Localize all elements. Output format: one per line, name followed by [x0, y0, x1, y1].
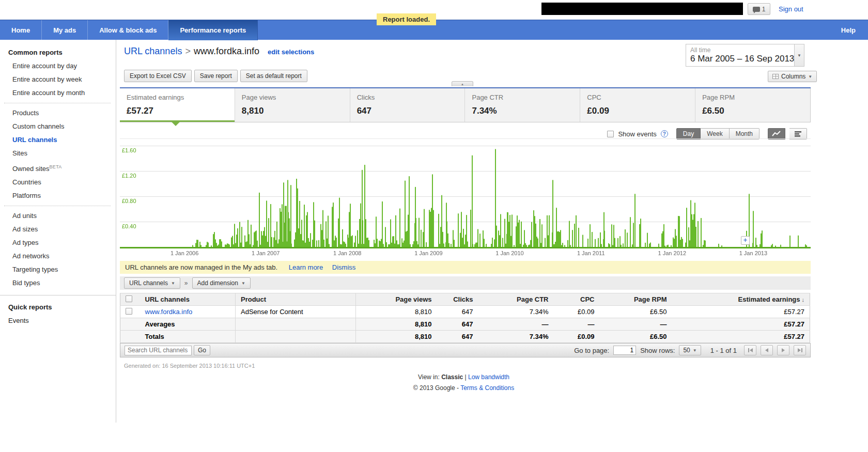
messages-button[interactable]: 1: [748, 3, 770, 15]
x-axis-tick-label: 1 Jan 2011: [577, 250, 605, 256]
scorecard-value: £6.50: [695, 101, 810, 116]
page-number-input[interactable]: [613, 346, 636, 355]
rows-per-page-select[interactable]: 50 ▼: [679, 345, 701, 355]
columns-grid-icon: [772, 74, 779, 79]
prev-page-button[interactable]: [761, 345, 773, 355]
scorecard-estimated-earnings[interactable]: Estimated earnings£57.27: [120, 88, 235, 122]
breadcrumb: URL channels>www.fordka.infoedit selecti…: [124, 46, 314, 57]
dimension-bar: URL channels ▼ » Add dimension ▼: [120, 276, 811, 290]
sidebar-item-entire-account-by-month[interactable]: Entire account by month: [0, 86, 116, 100]
sidebar-item-owned-sites[interactable]: Owned sitesBETA: [0, 160, 116, 176]
next-page-button[interactable]: [777, 345, 789, 355]
collapse-scorecards-handle[interactable]: ▲: [452, 81, 473, 86]
row-checkbox[interactable]: [126, 308, 132, 315]
y-axis-tick-label: £0.40: [122, 223, 136, 229]
totals-cell-page-views: 8,810: [356, 331, 437, 343]
sidebar-item-countries[interactable]: Countries: [0, 176, 116, 189]
x-axis-tick-label: 1 Jan 2006: [171, 250, 198, 256]
nav-tab-home[interactable]: Home: [0, 20, 42, 40]
url-channel-link[interactable]: www.fordka.info: [145, 308, 193, 316]
sidebar-item-events[interactable]: Events: [0, 314, 116, 328]
classic-label: Classic: [441, 373, 463, 381]
row-checkbox[interactable]: [126, 295, 132, 302]
nav-tab-performance-reports[interactable]: Performance reports: [168, 20, 258, 40]
save-report-button[interactable]: Save report: [194, 70, 238, 82]
terms-link[interactable]: Terms & Conditions: [460, 384, 514, 392]
sidebar-item-entire-account-by-week[interactable]: Entire account by week: [0, 73, 116, 86]
sidebar-item-quick-reports: Quick reports: [0, 301, 116, 314]
select-all-cell: [120, 293, 140, 306]
learn-more-link[interactable]: Learn more: [289, 263, 323, 271]
sidebar-item-url-channels[interactable]: URL channels: [0, 133, 116, 147]
column-header-page-rpm[interactable]: Page RPM: [600, 293, 672, 306]
y-axis-tick-label: £1.60: [122, 147, 136, 153]
sidebar-item-products[interactable]: Products: [0, 106, 116, 120]
scorecard-clicks[interactable]: Clicks647: [350, 88, 466, 122]
sign-out-link[interactable]: Sign out: [779, 5, 803, 13]
column-header-url-channels[interactable]: URL channels: [140, 293, 236, 306]
scorecard-cpc[interactable]: CPC£0.09: [580, 88, 695, 122]
primary-dimension-dropdown[interactable]: URL channels ▼: [124, 277, 180, 289]
column-header-product[interactable]: Product: [236, 293, 356, 306]
column-header-cpc[interactable]: CPC: [554, 293, 600, 306]
nav-tab-allow-block-ads[interactable]: Allow & block ads: [88, 20, 168, 40]
show-events-checkbox[interactable]: [607, 131, 614, 137]
line-chart-icon: [772, 131, 781, 137]
line-chart-toggle-button[interactable]: [768, 128, 785, 139]
breadcrumb-url-channels-link[interactable]: URL channels: [124, 46, 182, 56]
sidebar-item-targeting-types[interactable]: Targeting types: [0, 263, 116, 276]
averages-cell-page-views: 8,810: [356, 318, 437, 331]
help-icon[interactable]: ?: [661, 130, 668, 137]
granularity-month[interactable]: Month: [730, 128, 760, 139]
scorecard-value: 8,810: [235, 101, 350, 116]
date-range-picker[interactable]: All time 6 Mar 2005 – 16 Sep 2013 ▼: [686, 44, 804, 67]
scorecard-page-ctr[interactable]: Page CTR7.34%: [465, 88, 580, 122]
sidebar-item-sites[interactable]: Sites: [0, 147, 116, 160]
column-header-clicks[interactable]: Clicks: [437, 293, 478, 306]
set-as-default-report-button[interactable]: Set as default report: [240, 70, 307, 82]
column-header-page-views[interactable]: Page views: [356, 293, 437, 306]
show-rows-label: Show rows:: [640, 347, 675, 354]
sidebar-item-ad-types[interactable]: Ad types: [0, 236, 116, 250]
chevron-down-icon[interactable]: ▼: [794, 44, 804, 66]
sidebar-item-platforms[interactable]: Platforms: [0, 189, 116, 202]
sidebar-item-ad-sizes[interactable]: Ad sizes: [0, 223, 116, 236]
generated-timestamp: Generated on: 16 September 2013 10:16:11…: [124, 363, 255, 369]
scorecard-page-rpm[interactable]: Page RPM£6.50: [695, 88, 811, 122]
scorecard-row: Estimated earnings£57.27Page views8,810C…: [120, 87, 811, 122]
add-dimension-dropdown[interactable]: Add dimension ▼: [192, 277, 251, 289]
granularity-day[interactable]: Day: [676, 128, 701, 139]
scorecard-page-views[interactable]: Page views8,810: [235, 88, 350, 122]
column-header-estimated-earnings[interactable]: Estimated earnings↓: [672, 293, 810, 306]
column-header-page-ctr[interactable]: Page CTR: [478, 293, 554, 306]
bar-chart-toggle-button[interactable]: [789, 128, 807, 139]
scorecard-selected-pointer: [172, 122, 180, 126]
totals-cell-clicks: 647: [437, 331, 478, 343]
dismiss-link[interactable]: Dismiss: [332, 263, 356, 271]
export-to-excel-csv-button[interactable]: Export to Excel CSV: [124, 70, 192, 82]
sidebar-item-ad-networks[interactable]: Ad networks: [0, 250, 116, 263]
chart-zoom-plus-button[interactable]: +: [741, 236, 750, 245]
sidebar-item-bid-types[interactable]: Bid types: [0, 276, 116, 290]
sidebar-item-custom-channels[interactable]: Custom channels: [0, 120, 116, 133]
low-bandwidth-link[interactable]: Low bandwidth: [468, 373, 509, 381]
first-page-button[interactable]: [744, 345, 756, 355]
search-input[interactable]: [125, 346, 192, 355]
show-events-label: Show events: [618, 130, 656, 138]
averages-cell-cpc: —: [554, 318, 600, 331]
search-go-button[interactable]: Go: [194, 345, 210, 355]
columns-button[interactable]: Columns ▼: [768, 71, 817, 82]
date-range-value: 6 Mar 2005 – 16 Sep 2013: [690, 54, 790, 64]
granularity-week[interactable]: Week: [701, 128, 729, 139]
cell-page-ctr: 7.34%: [478, 306, 554, 318]
nav-tab-my-ads[interactable]: My ads: [42, 20, 88, 40]
sidebar-divider: [4, 103, 111, 103]
totals-cell-page-ctr: 7.34%: [478, 331, 554, 343]
dimension-chevrons: »: [184, 279, 188, 287]
sidebar-item-ad-units[interactable]: Ad units: [0, 209, 116, 223]
last-page-button[interactable]: [794, 345, 806, 355]
sidebar-item-entire-account-by-day[interactable]: Entire account by day: [0, 59, 116, 73]
report-actions: Export to Excel CSVSave reportSet as def…: [124, 70, 307, 82]
edit-selections-link[interactable]: edit selections: [268, 48, 314, 56]
nav-tab-help[interactable]: Help: [841, 20, 856, 40]
